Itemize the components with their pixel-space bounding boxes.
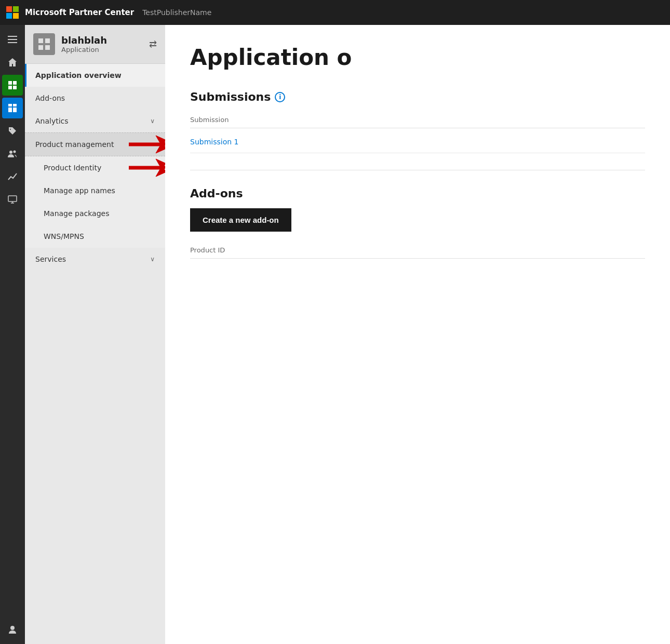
addons-section: Add-ons Create a new add-on Product ID [190,187,645,259]
submissions-heading-text: Submissions [190,90,271,103]
logo-blue [6,13,12,19]
app-header: blahblah Application ⇄ [25,25,165,64]
svg-rect-14 [38,45,43,50]
section-divider [190,170,645,170]
device-icon [7,194,18,205]
analytics-chevron-icon: ∨ [150,117,155,125]
users-icon [7,149,18,159]
page-title: Application o [190,46,645,70]
svg-rect-3 [13,86,17,89]
annotation-arrow-2: 2 [129,158,165,178]
sidebar-item-app-overview[interactable]: Application overview [25,64,165,87]
app-switch-button[interactable]: ⇄ [149,38,157,50]
sidebar-item-add-ons-label: Add-ons [35,94,65,102]
nav-tag[interactable] [2,120,23,141]
sidebar-item-add-ons[interactable]: Add-ons [25,87,165,110]
analytics-icon [7,171,18,182]
svg-rect-0 [8,81,12,85]
svg-text:2: 2 [164,163,165,171]
app-info: blahblah Application [61,35,143,53]
svg-rect-2 [8,86,12,89]
publisher-name: TestPublisherName [142,8,211,17]
nav-avatar[interactable] [2,619,23,640]
addons-heading: Add-ons [190,187,645,200]
nav-rail [0,25,25,644]
svg-point-9 [14,151,16,153]
sidebar-item-product-management[interactable]: Product management 1 [25,132,165,156]
submissions-section: Submissions i Submission Submission 1 [190,90,645,153]
sidebar-item-wns-mpns-label: WNS/MPNS [44,232,84,240]
sidebar-item-manage-packages-label: Manage packages [44,209,109,218]
svg-rect-10 [8,196,17,202]
svg-point-11 [10,626,15,630]
svg-rect-12 [38,38,43,43]
submissions-table-header: Submission [190,112,645,128]
svg-rect-7 [13,108,17,112]
hamburger-icon [8,36,17,43]
sidebar-item-services-label: Services [35,255,66,263]
nav-analytics[interactable] [2,166,23,187]
sidebar-item-product-identity-label: Product Identity [44,164,101,172]
app-title: Microsoft Partner Center [25,8,134,17]
logo-red [6,6,12,12]
sidebar-item-product-identity[interactable]: Product Identity 2 [25,156,165,179]
nav-hamburger[interactable] [2,29,23,50]
table-row: Submission 1 [190,130,645,153]
sidebar-item-app-overview-label: Application overview [35,71,122,79]
app-type: Application [61,46,143,53]
svg-text:1: 1 [164,140,165,148]
svg-rect-1 [13,81,17,85]
top-bar: Microsoft Partner Center TestPublisherNa… [0,0,670,25]
svg-rect-13 [45,38,50,43]
tag-icon [7,126,18,136]
sidebar-item-analytics-label: Analytics [35,117,69,125]
svg-rect-6 [8,108,12,112]
submission-1-link[interactable]: Submission 1 [190,138,238,146]
sidebar-item-manage-app-names[interactable]: Manage app names [25,179,165,202]
avatar-icon [7,624,18,635]
sidebar-item-services[interactable]: Services ∨ [25,248,165,271]
logo-yellow [13,13,19,19]
sidebar-nav: Application overview Add-ons Analytics ∨… [25,64,165,271]
product-id-column-header: Product ID [190,246,225,254]
main-content: Application o Submissions i Submission S… [165,25,670,644]
nav-home[interactable] [2,52,23,73]
submissions-info-icon[interactable]: i [275,92,285,102]
addons-table-header: Product ID [190,242,645,259]
sidebar-item-wns-mpns[interactable]: WNS/MPNS [25,225,165,248]
nav-dashboard[interactable] [2,98,23,118]
submissions-heading: Submissions i [190,90,645,103]
logo-green [13,6,19,12]
nav-device[interactable] [2,189,23,210]
svg-marker-18 [129,159,165,177]
svg-point-8 [9,151,12,154]
services-chevron-icon: ∨ [150,256,155,263]
nav-windows[interactable] [2,75,23,96]
dashboard-icon [7,103,18,113]
windows-icon [7,80,18,90]
create-addon-button[interactable]: Create a new add-on [190,208,291,232]
app-name: blahblah [61,35,143,46]
home-icon [7,57,18,68]
sidebar-item-manage-app-names-label: Manage app names [44,186,115,195]
main-layout: blahblah Application ⇄ Application overv… [0,25,670,644]
app-icon [33,33,55,55]
submission-column-header: Submission [190,116,229,124]
svg-rect-4 [8,104,12,106]
sidebar-item-manage-packages[interactable]: Manage packages [25,202,165,225]
sidebar: blahblah Application ⇄ Application overv… [25,25,165,644]
sidebar-item-analytics[interactable]: Analytics ∨ [25,110,165,132]
addons-heading-text: Add-ons [190,187,243,200]
svg-rect-5 [13,104,17,106]
annotation-arrow-1: 1 [129,135,165,154]
nav-users[interactable] [2,143,23,164]
microsoft-logo [6,6,19,19]
svg-marker-16 [129,136,165,153]
sidebar-item-product-management-label: Product management [35,140,114,149]
svg-rect-15 [45,45,50,50]
